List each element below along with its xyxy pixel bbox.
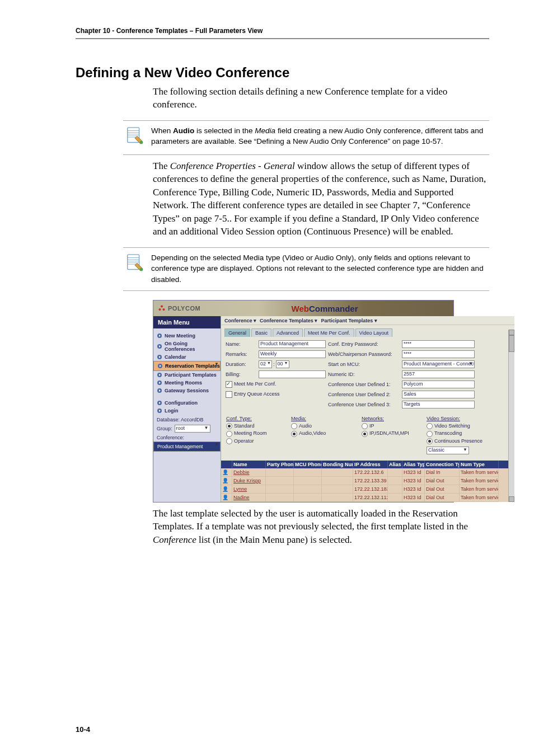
ud2-input[interactable]: Sales bbox=[402, 391, 475, 398]
cell-conn: Dial Out bbox=[425, 494, 460, 502]
column-header[interactable]: Num Type bbox=[460, 461, 499, 468]
conference-selected[interactable]: Product Management bbox=[153, 442, 221, 452]
scrollbar-vertical[interactable] bbox=[508, 330, 514, 501]
main-menu-header: Main Menu bbox=[153, 316, 221, 328]
cell-conn: Dial Out bbox=[425, 485, 460, 494]
networks-group: Networks:IPIP,ISDN,ATM,MPI bbox=[361, 415, 423, 456]
cell-conn: Dial In bbox=[425, 468, 460, 477]
duration-minutes[interactable]: 00 bbox=[276, 360, 289, 368]
column-header[interactable]: Connection Type bbox=[425, 461, 460, 468]
column-header[interactable]: Bonding Number bbox=[322, 461, 353, 468]
name-input[interactable]: Product Management bbox=[259, 340, 326, 348]
menu-item[interactable]: Conference ▾ bbox=[224, 318, 256, 323]
remarks-label: Remarks: bbox=[226, 351, 256, 357]
radio-option[interactable]: Video Switching bbox=[427, 423, 509, 429]
menu-strip[interactable]: Conference ▾Conference Templates ▾Partic… bbox=[221, 316, 514, 325]
note-text-1: When Audio is selected in the Media fiel… bbox=[151, 125, 489, 147]
cell-numtype: Taken from service bbox=[460, 468, 499, 477]
chair-pw-label: Web/Chairperson Password: bbox=[328, 351, 400, 357]
numeric-id-input[interactable]: 2557 bbox=[402, 370, 475, 378]
tab-strip: GeneralBasicAdvancedMeet Me Per Conf.Vid… bbox=[221, 325, 514, 337]
column-header[interactable]: IP Address bbox=[353, 461, 388, 468]
entry-pw-label: Conf. Entry Password: bbox=[328, 341, 400, 347]
column-header[interactable] bbox=[221, 461, 232, 468]
sidebar-item[interactable]: Participant Templates bbox=[153, 371, 221, 379]
sidebar-item[interactable]: New Meeting bbox=[153, 332, 221, 340]
radio-option[interactable]: Transcoding bbox=[427, 430, 509, 436]
column-header[interactable]: Name bbox=[232, 461, 266, 468]
column-header[interactable]: Alias bbox=[388, 461, 402, 468]
tab[interactable]: Basic bbox=[251, 328, 271, 337]
sidebar-item[interactable]: Login bbox=[153, 407, 221, 415]
video-preset-select[interactable]: Classic bbox=[427, 447, 469, 454]
note-box-1: When Audio is selected in the Media fiel… bbox=[123, 120, 489, 155]
chair-pw-input[interactable]: **** bbox=[402, 350, 475, 358]
group-row[interactable]: Group: root bbox=[153, 424, 221, 434]
radio-option[interactable]: Continuous Presence bbox=[427, 438, 509, 444]
svg-point-3 bbox=[140, 267, 143, 271]
radio-option[interactable]: Standard bbox=[226, 423, 287, 429]
sidebar-item[interactable]: Meeting Rooms bbox=[153, 379, 221, 387]
tab[interactable]: Advanced bbox=[273, 328, 303, 337]
radio-option[interactable]: Audio,Video bbox=[291, 430, 357, 436]
radio-option[interactable]: Meeting Room bbox=[226, 430, 287, 436]
cell-numtype: Taken from service bbox=[460, 477, 499, 485]
column-header[interactable]: MCU Phones bbox=[294, 461, 322, 468]
cell bbox=[388, 485, 402, 494]
conference-label: Conference: bbox=[153, 434, 221, 442]
note-text-2: Depending on the selected Media type (Vi… bbox=[151, 252, 489, 285]
entry-pw-input[interactable]: **** bbox=[402, 340, 475, 348]
tab[interactable]: Meet Me Per Conf. bbox=[304, 328, 354, 337]
column-header[interactable]: Party Phones bbox=[266, 461, 294, 468]
start-mcu-select[interactable]: Product Management - Connected bbox=[402, 360, 475, 368]
ud3-input[interactable]: Targets bbox=[402, 401, 475, 408]
radio-icon bbox=[226, 423, 232, 429]
radio-option[interactable]: Audio bbox=[291, 423, 357, 429]
page-number: 10-4 bbox=[76, 725, 90, 734]
table-row[interactable]: 👤Nadine172.22.132.112H323 IdDial OutTake… bbox=[221, 494, 514, 502]
scroll-thumb[interactable] bbox=[509, 335, 514, 352]
meet-me-checkbox[interactable]: Meet Me Per Conf. bbox=[226, 381, 326, 388]
duration-hours[interactable]: 02 bbox=[259, 360, 272, 368]
sidebar-item[interactable]: Calendar bbox=[153, 353, 221, 361]
main-paragraph: The Conference Properties - General wind… bbox=[153, 159, 489, 238]
column-header[interactable]: Alias Type bbox=[402, 461, 425, 468]
sidebar-item[interactable]: Gateway Sessions bbox=[153, 387, 221, 395]
radio-icon bbox=[362, 423, 368, 429]
radio-icon bbox=[427, 438, 433, 444]
arrow-icon bbox=[157, 372, 162, 378]
nav-primary: New MeetingOn Going ConferencesCalendarR… bbox=[153, 328, 221, 396]
table-row[interactable]: 👤Debbie172.22.132.6H323 IdDial InTaken f… bbox=[221, 468, 514, 477]
start-mcu-label: Start on MCU: bbox=[328, 361, 400, 367]
arrow-icon bbox=[157, 380, 162, 386]
tab[interactable]: General bbox=[224, 328, 250, 337]
billing-input[interactable] bbox=[259, 370, 326, 378]
group-select[interactable]: root bbox=[175, 425, 210, 433]
note-icon bbox=[124, 252, 146, 276]
radio-option[interactable]: IP,ISDN,ATM,MPI bbox=[362, 430, 422, 436]
remarks-input[interactable]: Weekly bbox=[259, 350, 326, 358]
cell bbox=[266, 494, 294, 502]
duration-input[interactable]: 02: 00 bbox=[259, 360, 326, 368]
menu-item[interactable]: Participant Templates ▾ bbox=[321, 318, 377, 323]
ud1-input[interactable]: Polycom bbox=[402, 381, 475, 388]
table-row[interactable]: 👤Duke Krispp172.22.133.39H323 IdDial Out… bbox=[221, 477, 514, 485]
sidebar-item[interactable]: Configuration bbox=[153, 399, 221, 407]
menu-item[interactable]: Conference Templates ▾ bbox=[260, 318, 317, 323]
radio-option[interactable]: IP bbox=[362, 423, 422, 429]
table-row[interactable]: 👤Lynne172.22.132.183H323 IdDial OutTaken… bbox=[221, 485, 514, 494]
sidebar-item[interactable]: Reservation Templates bbox=[153, 361, 221, 371]
sidebar-item[interactable]: On Going Conferences bbox=[153, 340, 221, 353]
cell-aliastype: H323 Id bbox=[402, 468, 425, 477]
scroll-up-arrow[interactable] bbox=[509, 330, 514, 335]
radio-option[interactable]: Operator bbox=[226, 438, 287, 444]
note-box-2: Depending on the selected Media type (Vi… bbox=[123, 247, 489, 292]
radio-icon bbox=[226, 438, 232, 444]
scroll-down-arrow[interactable] bbox=[509, 496, 514, 502]
entry-queue-checkbox[interactable]: Entry Queue Access bbox=[226, 391, 326, 398]
arrow-icon bbox=[157, 388, 162, 393]
svg-point-6 bbox=[162, 308, 165, 311]
tab[interactable]: Video Layout bbox=[355, 328, 392, 337]
svg-point-4 bbox=[161, 306, 163, 308]
cell bbox=[322, 477, 353, 485]
